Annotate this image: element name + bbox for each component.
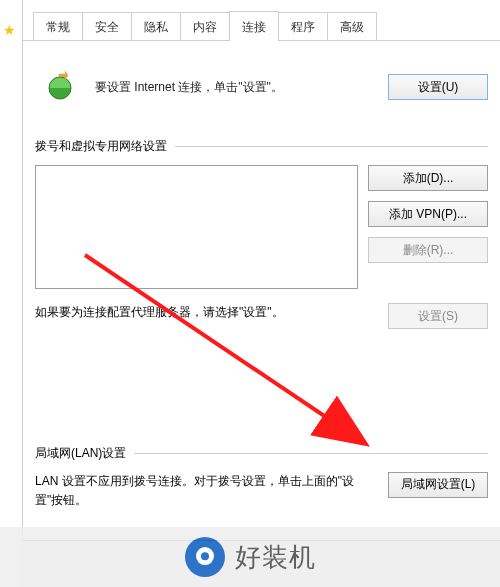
dial-note: 如果要为连接配置代理服务器，请选择"设置"。 bbox=[35, 303, 378, 322]
setup-button[interactable]: 设置(U) bbox=[388, 74, 488, 100]
lan-section-title: 局域网(LAN)设置 bbox=[35, 445, 126, 462]
lan-section-title-row: 局域网(LAN)设置 bbox=[35, 445, 488, 462]
internet-options-dialog: 常规 安全 隐私 内容 连接 程序 高级 要设置 Internet 连接，单击"… bbox=[22, 0, 500, 541]
setup-row: 要设置 Internet 连接，单击"设置"。 设置(U) bbox=[35, 70, 488, 104]
dial-section-title-row: 拨号和虚拟专用网络设置 bbox=[35, 138, 488, 155]
dial-area: 添加(D)... 添加 VPN(P)... 删除(R)... bbox=[35, 165, 488, 289]
tab-connections-content: 要设置 Internet 连接，单击"设置"。 设置(U) 拨号和虚拟专用网络设… bbox=[35, 52, 488, 530]
divider bbox=[175, 146, 488, 147]
dial-buttons-col: 添加(D)... 添加 VPN(P)... 删除(R)... bbox=[368, 165, 488, 289]
lan-settings-button[interactable]: 局域网设置(L) bbox=[388, 472, 488, 498]
lan-text: LAN 设置不应用到拨号连接。对于拨号设置，单击上面的"设置"按钮。 bbox=[35, 472, 378, 510]
watermark-logo-icon bbox=[185, 537, 225, 577]
watermark-text: 好装机 bbox=[235, 540, 316, 575]
tab-content[interactable]: 内容 bbox=[180, 12, 230, 41]
watermark: 好装机 bbox=[0, 527, 500, 587]
tab-strip: 常规 安全 隐私 内容 连接 程序 高级 bbox=[23, 0, 500, 41]
lan-section: 局域网(LAN)设置 LAN 设置不应用到拨号连接。对于拨号设置，单击上面的"设… bbox=[35, 411, 488, 510]
tab-privacy[interactable]: 隐私 bbox=[131, 12, 181, 41]
dial-section-title: 拨号和虚拟专用网络设置 bbox=[35, 138, 167, 155]
add-vpn-button[interactable]: 添加 VPN(P)... bbox=[368, 201, 488, 227]
setup-text: 要设置 Internet 连接，单击"设置"。 bbox=[95, 79, 388, 96]
add-button[interactable]: 添加(D)... bbox=[368, 165, 488, 191]
dial-settings-button: 设置(S) bbox=[388, 303, 488, 329]
globe-arrow-icon bbox=[45, 70, 79, 104]
lan-row: LAN 设置不应用到拨号连接。对于拨号设置，单击上面的"设置"按钮。 局域网设置… bbox=[35, 472, 488, 510]
tab-advanced[interactable]: 高级 bbox=[327, 12, 377, 41]
tab-connections[interactable]: 连接 bbox=[229, 11, 279, 41]
remove-button: 删除(R)... bbox=[368, 237, 488, 263]
dial-note-row: 如果要为连接配置代理服务器，请选择"设置"。 设置(S) bbox=[35, 303, 488, 329]
tab-programs[interactable]: 程序 bbox=[278, 12, 328, 41]
tab-general[interactable]: 常规 bbox=[33, 12, 83, 41]
screenshot-root: { "tabs": { "general": "常规", "security":… bbox=[0, 0, 500, 587]
tab-security[interactable]: 安全 bbox=[82, 12, 132, 41]
browser-left-sliver: ★ bbox=[0, 0, 23, 587]
dial-connections-list[interactable] bbox=[35, 165, 358, 289]
favorites-star-icon[interactable]: ★ bbox=[3, 22, 16, 38]
divider bbox=[134, 453, 488, 454]
